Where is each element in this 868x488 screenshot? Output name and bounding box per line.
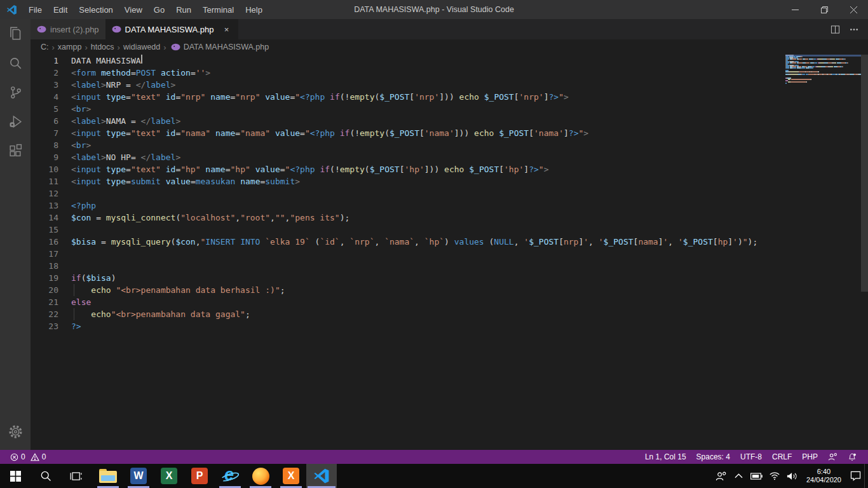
minimap-current-line	[785, 55, 861, 57]
breadcrumb-item-htdocs[interactable]: htdocs	[91, 43, 114, 51]
start-button[interactable]	[0, 464, 31, 488]
taskbar-app-powerpoint[interactable]: P	[184, 464, 215, 488]
code-line[interactable]: 11<input type=submit value=measukan name…	[31, 175, 785, 187]
wifi-indicator[interactable]	[766, 464, 783, 488]
menu-help[interactable]: Help	[240, 5, 268, 15]
code-line[interactable]: 14$con = mysqli_connect("localhost","roo…	[31, 212, 785, 224]
menu-file[interactable]: File	[23, 5, 48, 15]
taskbar-clock[interactable]: 6:40 24/04/2020	[801, 468, 846, 484]
chevron-up-icon	[735, 473, 743, 478]
language-mode[interactable]: PHP	[797, 450, 823, 464]
minimize-icon	[792, 6, 799, 13]
show-desktop-button[interactable]	[864, 464, 868, 488]
main-area: insert (2).php DATA MAHASISWA.php ×	[0, 19, 868, 450]
taskbar-app-word[interactable]: W	[123, 464, 154, 488]
tray-overflow-button[interactable]	[730, 464, 748, 488]
code-line[interactable]: 10<input type="text" id="hp" name="hp" v…	[31, 163, 785, 175]
line-content: <label>NRP = </label>	[71, 79, 175, 91]
code-line[interactable]: 12	[31, 187, 785, 200]
taskbar-app-vscode[interactable]	[306, 464, 337, 488]
more-actions-icon[interactable]	[849, 25, 859, 34]
line-content: <br>	[71, 139, 91, 151]
task-view-button[interactable]	[61, 464, 92, 488]
notifications-button[interactable]	[843, 450, 862, 464]
taskbar-app-excel[interactable]: X	[154, 464, 184, 488]
taskbar-search-button[interactable]	[31, 464, 61, 488]
source-control-button[interactable]	[0, 78, 31, 107]
code-line[interactable]: 13<?php	[31, 200, 785, 212]
code-line[interactable]: 18	[31, 260, 785, 272]
code-line[interactable]: 9<label>NO HP= </label>	[31, 151, 785, 163]
battery-indicator[interactable]	[748, 464, 766, 488]
code-line[interactable]: 1DATA MAHASISWA	[31, 55, 785, 67]
feedback-icon	[828, 452, 837, 461]
tab-insert-2-php[interactable]: insert (2).php	[31, 19, 105, 39]
minimap[interactable]	[785, 55, 861, 84]
problems-indicator[interactable]: 0 0	[5, 450, 51, 464]
code-line[interactable]: 19if($bisa)	[31, 272, 785, 284]
split-editor-icon[interactable]	[831, 25, 840, 34]
word-icon: W	[130, 468, 147, 484]
code-line[interactable]: 5<br>	[31, 103, 785, 115]
breadcrumb-item-drive[interactable]: C:	[41, 43, 49, 51]
menu-selection[interactable]: Selection	[73, 5, 118, 15]
tab-data-mahasiswa-php[interactable]: DATA MAHASISWA.php ×	[105, 19, 238, 39]
people-button[interactable]	[712, 464, 730, 488]
tab-close-button[interactable]: ×	[222, 25, 232, 34]
editor[interactable]: 1DATA MAHASISWA2<form method=POST action…	[31, 55, 868, 450]
taskbar-app-internet-explorer[interactable]: e	[215, 464, 245, 488]
vscode-icon	[313, 468, 330, 484]
line-content: <input type="text" id="nama" name="nama"…	[71, 127, 588, 139]
restore-button[interactable]	[810, 0, 839, 19]
code-line[interactable]: 20 echo "<br>penambahan data berhasil :)…	[31, 284, 785, 296]
extensions-button[interactable]	[0, 136, 31, 165]
breadcrumb-item-widiawedd[interactable]: widiawedd	[123, 43, 160, 51]
clock-time: 6:40	[806, 468, 841, 476]
line-number: 18	[31, 260, 58, 272]
vertical-scrollbar[interactable]	[861, 55, 868, 292]
activity-bar	[0, 19, 31, 450]
code-line[interactable]: 8<br>	[31, 139, 785, 151]
action-center-button[interactable]	[846, 464, 864, 488]
run-debug-button[interactable]	[0, 107, 31, 136]
menu-view[interactable]: View	[119, 5, 148, 15]
taskbar-app-file-explorer[interactable]	[93, 464, 123, 488]
menu-edit[interactable]: Edit	[48, 5, 73, 15]
taskbar-app-firefox[interactable]	[245, 464, 276, 488]
minimize-button[interactable]	[780, 0, 810, 19]
line-number: 5	[31, 103, 58, 115]
code-line[interactable]: 22 echo"<br>penambahan data gagal";	[31, 308, 785, 320]
code-line[interactable]: 15	[31, 224, 785, 236]
volume-indicator[interactable]	[783, 464, 801, 488]
code-line[interactable]: 2<form method=POST action=''>	[31, 67, 785, 79]
cursor-position[interactable]: Ln 1, Col 15	[640, 450, 691, 464]
search-button[interactable]	[0, 48, 31, 78]
encoding[interactable]: UTF-8	[735, 450, 767, 464]
code-line[interactable]: 7<input type="text" id="nama" name="nama…	[31, 127, 785, 139]
code-line[interactable]: 16$bisa = mysqli_query($con,"INSERT INTO…	[31, 236, 785, 248]
code-line[interactable]: 6<label>NAMA = </label>	[31, 115, 785, 127]
feedback-button[interactable]	[823, 450, 843, 464]
breadcrumb-item-xampp[interactable]: xampp	[58, 43, 82, 51]
code-line[interactable]: 21else	[31, 296, 785, 308]
close-button[interactable]	[839, 0, 868, 19]
code-line[interactable]: 3<label>NRP = </label>	[31, 79, 785, 91]
code-line[interactable]: 17	[31, 248, 785, 260]
tab-actions	[831, 19, 868, 39]
line-number: 21	[31, 296, 58, 308]
explorer-button[interactable]	[0, 19, 31, 48]
breadcrumb-item-file[interactable]: DATA MAHASISWA.php	[184, 43, 269, 51]
code-line[interactable]: 23?>	[31, 320, 785, 332]
xampp-icon: X	[283, 468, 299, 484]
indentation[interactable]: Spaces: 4	[691, 450, 735, 464]
menu-go[interactable]: Go	[148, 5, 170, 15]
taskbar-app-xampp[interactable]: X	[276, 464, 306, 488]
php-file-icon	[37, 25, 46, 33]
eol-sequence[interactable]: CRLF	[767, 450, 797, 464]
line-number: 19	[31, 272, 58, 284]
settings-button[interactable]	[0, 417, 31, 446]
line-content: <label>NO HP= </label>	[71, 151, 180, 163]
menu-terminal[interactable]: Terminal	[197, 5, 240, 15]
menu-run[interactable]: Run	[170, 5, 197, 15]
code-line[interactable]: 4<input type="text" id="nrp" name="nrp" …	[31, 91, 785, 103]
